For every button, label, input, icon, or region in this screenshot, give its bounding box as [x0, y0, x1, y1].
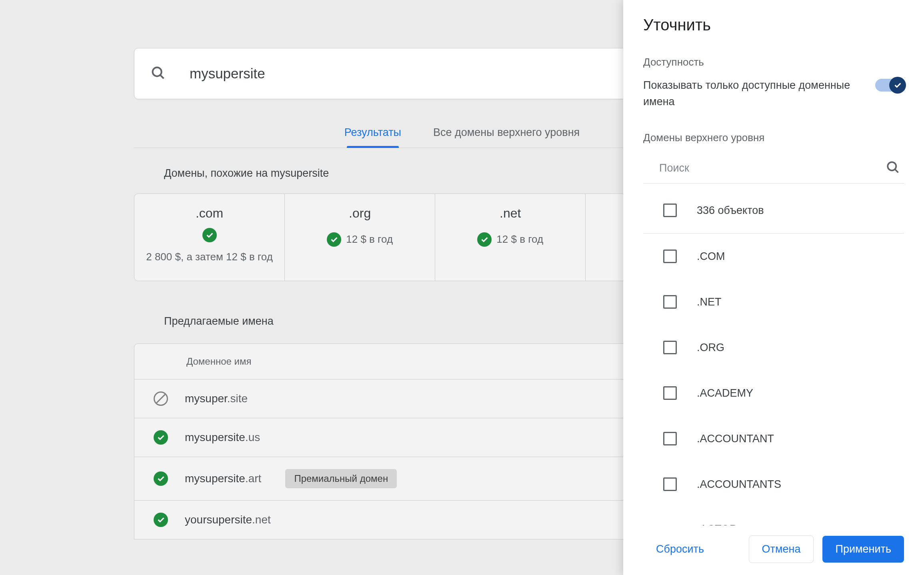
check-icon [477, 232, 492, 247]
toggle-knob-checked-icon [889, 77, 906, 94]
tld-search-row [643, 153, 904, 184]
search-icon[interactable] [886, 160, 900, 176]
tld-list-item[interactable]: .NET [643, 279, 904, 325]
tld-item-label: .ACCOUNTANT [697, 433, 774, 445]
svg-point-0 [153, 68, 162, 76]
availability-label: Доступность [643, 56, 904, 68]
domain-name: mysupersite.art [185, 472, 261, 485]
check-icon [202, 228, 217, 242]
tld-section-label: Домены верхнего уровня [643, 132, 904, 144]
check-icon [327, 232, 341, 247]
filter-panel-title: Уточнить [643, 16, 904, 34]
tld-card-name: .org [349, 206, 371, 221]
filter-panel-footer: Сбросить Отмена Применить [623, 525, 924, 575]
checkbox[interactable] [663, 341, 677, 354]
tld-item-label: .ORG [697, 341, 724, 354]
tld-item-label: .COM [697, 250, 725, 263]
tld-list-item[interactable]: .ORG [643, 325, 904, 370]
filter-panel-body: Уточнить Доступность Показывать только д… [623, 0, 924, 525]
tld-item-label: .ACADEMY [697, 387, 753, 399]
apply-button[interactable]: Применить [822, 536, 904, 563]
cancel-button[interactable]: Отмена [749, 535, 814, 563]
tld-card-name: .net [500, 206, 521, 221]
domain-name: yoursupersite.net [185, 513, 271, 526]
tab-results[interactable]: Результаты [340, 119, 405, 148]
domain-name: mysupersite.us [185, 431, 260, 444]
tld-card-name: .com [196, 206, 223, 221]
checkbox[interactable] [663, 386, 677, 400]
tld-list-item-all[interactable]: 336 объектов [643, 188, 904, 233]
tld-list-item[interactable]: .ACCOUNTANT [643, 416, 904, 461]
checkbox[interactable] [663, 432, 677, 445]
search-icon [150, 65, 166, 82]
check-icon [154, 471, 168, 486]
checkbox[interactable] [663, 295, 677, 309]
checkbox[interactable] [663, 250, 677, 263]
checkbox[interactable] [663, 204, 677, 217]
check-icon [154, 430, 168, 445]
tld-item-label: .NET [697, 296, 722, 308]
tld-search-input[interactable] [647, 162, 886, 174]
svg-point-2 [888, 162, 896, 170]
tld-list-item[interactable]: .ACTOR [643, 507, 904, 525]
tld-card-com[interactable]: .com 2 800 $, а затем 12 $ в год [134, 194, 285, 281]
toggle-availability[interactable] [875, 79, 904, 92]
tld-card-org[interactable]: .org 12 $ в год [285, 194, 435, 281]
tld-card-price: 2 800 $, а затем 12 $ в год [146, 250, 273, 265]
tab-all-tlds[interactable]: Все домены верхнего уровня [429, 119, 584, 148]
reset-button[interactable]: Сбросить [643, 536, 717, 563]
premium-badge: Премиальный домен [285, 469, 397, 488]
svg-line-1 [160, 75, 164, 78]
checkbox[interactable] [663, 477, 677, 491]
check-icon [154, 513, 168, 527]
domain-name: mysuper.site [185, 392, 248, 405]
tld-card-price: 12 $ в год [346, 232, 393, 247]
tld-list-item[interactable]: .ACCOUNTANTS [643, 461, 904, 507]
filter-panel: Уточнить Доступность Показывать только д… [623, 0, 924, 575]
tld-card-price: 12 $ в год [496, 232, 543, 247]
tld-item-label: 336 объектов [697, 204, 764, 217]
tld-list: 336 объектов .COM .NET .ORG .ACADEMY . [643, 188, 904, 525]
svg-line-3 [895, 170, 898, 173]
unavailable-icon [154, 391, 168, 406]
tld-list-item[interactable]: .ACADEMY [643, 370, 904, 416]
toggle-availability-label: Показывать только доступные доменные име… [643, 77, 867, 110]
tld-item-label: .ACCOUNTANTS [697, 478, 781, 491]
tld-card-net[interactable]: .net 12 $ в год [435, 194, 586, 281]
tld-list-item[interactable]: .COM [643, 234, 904, 279]
